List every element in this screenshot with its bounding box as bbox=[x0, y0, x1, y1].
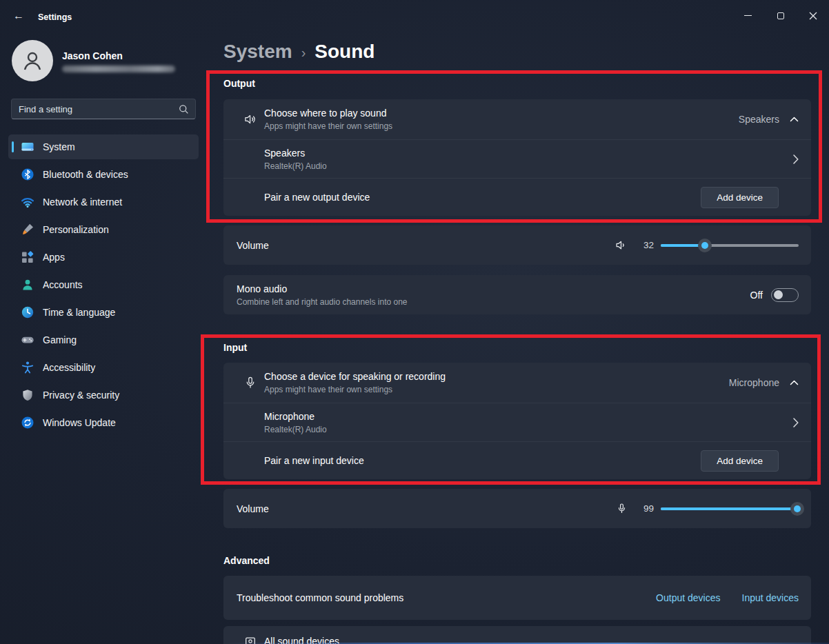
microphone-device-row[interactable]: Microphone Realtek(R) Audio bbox=[223, 403, 811, 441]
sidebar-item-windows-update[interactable]: Windows Update bbox=[8, 410, 199, 435]
sidebar-item-accounts[interactable]: Accounts bbox=[8, 272, 199, 297]
sidebar-item-label: Accessibility bbox=[43, 362, 95, 373]
speaker-icon bbox=[243, 112, 257, 127]
output-devices-link[interactable]: Output devices bbox=[656, 592, 720, 603]
sidebar-item-privacy-security[interactable]: Privacy & security bbox=[8, 383, 199, 407]
input-volume-slider-thumb[interactable] bbox=[790, 502, 804, 516]
pair-input-row: Pair a new input device Add device bbox=[223, 441, 811, 479]
chevron-up-icon bbox=[790, 117, 799, 122]
input-device-value: Microphone bbox=[729, 377, 779, 388]
avatar[interactable] bbox=[12, 40, 53, 81]
breadcrumb: System › Sound bbox=[223, 39, 374, 65]
breadcrumb-parent[interactable]: System bbox=[223, 41, 292, 63]
sidebar-item-time-language[interactable]: Time & language bbox=[8, 300, 199, 325]
minimize-icon bbox=[744, 15, 752, 16]
output-volume-slider[interactable] bbox=[661, 239, 799, 252]
input-devices-link[interactable]: Input devices bbox=[742, 592, 799, 603]
sidebar-item-label: System bbox=[43, 141, 75, 152]
personalization-icon bbox=[21, 223, 34, 237]
sidebar-item-gaming[interactable]: Gaming bbox=[8, 328, 199, 352]
sidebar-item-label: Apps bbox=[43, 252, 65, 263]
sidebar-item-personalization[interactable]: Personalization bbox=[8, 217, 199, 242]
chevron-up-icon bbox=[790, 380, 799, 385]
close-button[interactable] bbox=[797, 0, 829, 31]
input-volume-slider[interactable] bbox=[661, 502, 799, 516]
choose-output-row[interactable]: Choose where to play sound Apps might ha… bbox=[223, 99, 811, 139]
device-driver: Realtek(R) Audio bbox=[264, 425, 327, 434]
device-name: Speakers bbox=[264, 148, 327, 159]
sidebar-item-apps[interactable]: Apps bbox=[8, 245, 199, 270]
maximize-button[interactable] bbox=[764, 0, 797, 31]
apps-icon bbox=[21, 250, 34, 264]
mono-audio-subtitle: Combine left and right audio channels in… bbox=[237, 297, 408, 307]
person-icon bbox=[20, 48, 45, 73]
sidebar-item-system[interactable]: System bbox=[8, 134, 199, 159]
profile-name: Jason Cohen bbox=[62, 50, 123, 61]
input-section-heading: Input bbox=[223, 342, 247, 353]
bluetooth-icon bbox=[21, 168, 34, 181]
privacy-icon bbox=[21, 388, 34, 402]
output-device-value: Speakers bbox=[739, 114, 779, 125]
device-name: Microphone bbox=[264, 411, 327, 422]
device-driver: Realtek(R) Audio bbox=[264, 161, 327, 171]
toggle-knob bbox=[774, 290, 783, 299]
time-language-icon bbox=[21, 305, 34, 319]
pair-output-label: Pair a new output device bbox=[264, 192, 370, 203]
speakers-device-row[interactable]: Speakers Realtek(R) Audio bbox=[223, 139, 811, 178]
output-volume-card: Volume 32 bbox=[223, 225, 811, 265]
choose-input-row[interactable]: Choose a device for speaking or recordin… bbox=[223, 363, 811, 403]
sidebar-item-network-internet[interactable]: Network & internet bbox=[8, 190, 199, 214]
sidebar-item-label: Accounts bbox=[43, 279, 83, 290]
output-section-heading: Output bbox=[223, 78, 255, 89]
microphone-small-icon bbox=[616, 502, 628, 515]
accounts-icon bbox=[21, 278, 34, 292]
sidebar-item-label: Network & internet bbox=[43, 197, 122, 208]
choose-input-subtitle: Apps might have their own settings bbox=[264, 385, 446, 394]
all-sound-devices-row[interactable]: All sound devices bbox=[223, 626, 811, 644]
titlebar: ← Settings bbox=[0, 0, 829, 31]
choose-output-title: Choose where to play sound bbox=[264, 108, 392, 119]
sidebar-item-label: Gaming bbox=[43, 334, 77, 345]
mono-audio-title: Mono audio bbox=[237, 283, 408, 294]
input-volume-value: 99 bbox=[637, 503, 654, 514]
choose-output-subtitle: Apps might have their own settings bbox=[264, 121, 392, 131]
search-input[interactable] bbox=[12, 104, 179, 114]
input-device-group: Choose a device for speaking or recordin… bbox=[223, 363, 811, 479]
add-input-device-button[interactable]: Add device bbox=[701, 450, 779, 472]
redacted-email bbox=[62, 66, 175, 72]
sidebar-item-accessibility[interactable]: Accessibility bbox=[8, 355, 199, 380]
output-volume-label: Volume bbox=[237, 240, 269, 251]
windows-update-icon bbox=[21, 416, 34, 430]
input-volume-label: Volume bbox=[237, 503, 269, 514]
sidebar-item-label: Bluetooth & devices bbox=[43, 169, 128, 180]
back-button[interactable]: ← bbox=[10, 8, 28, 23]
chevron-right-icon bbox=[793, 418, 799, 427]
minimize-button[interactable] bbox=[732, 0, 764, 31]
app-title: Settings bbox=[38, 12, 72, 22]
mono-audio-card: Mono audio Combine left and right audio … bbox=[223, 275, 811, 314]
microphone-icon bbox=[243, 375, 257, 390]
sidebar-nav: System Bluetooth & devices Network & int… bbox=[8, 134, 199, 438]
accessibility-icon bbox=[21, 361, 34, 374]
search-box bbox=[11, 99, 196, 119]
mono-audio-state: Off bbox=[750, 290, 763, 301]
selected-accent-pill bbox=[12, 141, 14, 152]
advanced-section-heading: Advanced bbox=[223, 555, 270, 566]
input-volume-card: Volume 99 bbox=[223, 489, 811, 528]
sidebar-item-label: Personalization bbox=[43, 224, 109, 235]
gaming-icon bbox=[21, 333, 34, 347]
output-volume-slider-thumb[interactable] bbox=[698, 239, 712, 252]
back-arrow-icon: ← bbox=[13, 10, 24, 22]
troubleshoot-label: Troubleshoot common sound problems bbox=[237, 592, 403, 603]
sidebar-item-bluetooth-devices[interactable]: Bluetooth & devices bbox=[8, 162, 199, 187]
network-icon bbox=[21, 195, 34, 209]
breadcrumb-separator-icon: › bbox=[301, 45, 306, 61]
sidebar-item-label: Privacy & security bbox=[43, 390, 119, 401]
add-output-device-button[interactable]: Add device bbox=[701, 187, 779, 208]
chevron-right-icon bbox=[793, 154, 799, 164]
choose-input-title: Choose a device for speaking or recordin… bbox=[264, 371, 446, 382]
mono-audio-toggle[interactable] bbox=[771, 288, 799, 302]
speaker-small-icon bbox=[615, 239, 628, 252]
pair-output-row: Pair a new output device Add device bbox=[223, 178, 811, 216]
output-device-group: Choose where to play sound Apps might ha… bbox=[223, 99, 811, 216]
